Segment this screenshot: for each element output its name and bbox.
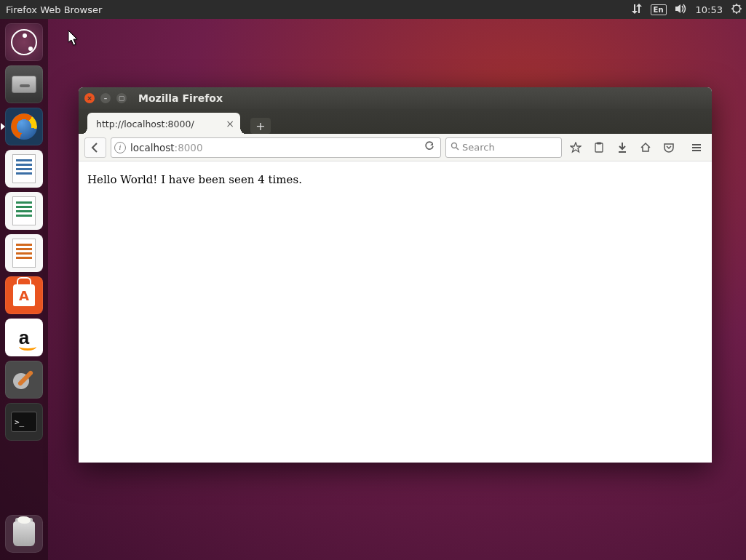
launcher-item-trash[interactable] (5, 515, 43, 553)
svg-point-9 (452, 143, 457, 148)
launcher-item-firefox[interactable] (5, 108, 43, 145)
plus-icon: + (255, 119, 265, 133)
browser-tab[interactable]: http://localhost:8000/ × (87, 113, 240, 135)
home-button[interactable] (636, 138, 655, 157)
page-content: Hello World! I have been seen 4 times. (79, 161, 712, 198)
reload-button[interactable] (421, 141, 437, 154)
session-indicator-icon[interactable] (731, 4, 742, 16)
site-info-icon[interactable]: i (114, 142, 126, 153)
terminal-icon: >_ (11, 412, 37, 432)
launcher-item-dash[interactable] (5, 23, 43, 61)
url-bar[interactable]: i localhost:8000 (111, 137, 441, 158)
window-title: Mozilla Firefox (138, 92, 223, 104)
hamburger-icon (691, 142, 702, 153)
navigation-toolbar: i localhost:8000 Search (79, 134, 712, 161)
trash-icon (13, 521, 35, 546)
top-menu-bar: Firefox Web Browser En 10:53 (0, 0, 746, 19)
files-icon (12, 76, 36, 93)
launcher-item-calc[interactable] (5, 192, 43, 230)
back-button[interactable] (84, 137, 106, 158)
url-host: localhost (130, 142, 175, 153)
svg-rect-11 (595, 143, 603, 152)
firefox-window: × – ▢ Mozilla Firefox http://localhost:8… (79, 87, 712, 463)
tab-strip: http://localhost:8000/ × + (79, 109, 712, 134)
tab-close-button[interactable]: × (226, 118, 234, 129)
mouse-cursor-icon (68, 31, 80, 49)
svg-rect-12 (597, 142, 601, 144)
firefox-icon (11, 113, 37, 140)
back-arrow-icon (90, 143, 100, 153)
home-icon (640, 142, 651, 153)
input-language-indicator[interactable]: En (651, 4, 667, 15)
svg-line-10 (456, 148, 459, 150)
tab-title: http://localhost:8000/ (96, 119, 194, 129)
star-icon (570, 142, 582, 153)
window-maximize-button[interactable]: ▢ (116, 93, 127, 103)
pocket-icon (663, 142, 675, 153)
network-indicator-icon[interactable] (632, 4, 642, 16)
launcher-item-impress[interactable] (5, 234, 43, 272)
clock[interactable]: 10:53 (696, 4, 723, 15)
amazon-icon: a (19, 327, 29, 349)
volume-indicator-icon[interactable] (675, 4, 687, 16)
search-icon (451, 142, 459, 153)
bookmark-star-button[interactable] (566, 138, 585, 157)
window-minimize-button[interactable]: – (100, 93, 111, 103)
ubuntu-dash-icon (11, 29, 37, 55)
page-body-text: Hello World! I have been seen 4 times. (87, 173, 302, 186)
new-tab-button[interactable]: + (250, 118, 271, 134)
hamburger-menu-button[interactable] (687, 138, 706, 157)
search-bar[interactable]: Search (445, 137, 562, 158)
window-close-button[interactable]: × (84, 93, 95, 103)
launcher-item-software[interactable]: A (5, 276, 43, 314)
url-port: :8000 (175, 142, 203, 153)
calc-icon (12, 196, 36, 225)
url-text: localhost:8000 (130, 142, 417, 153)
download-icon (616, 142, 628, 153)
launcher-item-files[interactable] (5, 65, 43, 103)
clipboard-icon (593, 142, 605, 153)
software-icon: A (13, 284, 35, 306)
downloads-button[interactable] (613, 138, 632, 157)
launcher: A a >_ (0, 19, 48, 560)
impress-icon (12, 239, 36, 268)
launcher-item-terminal[interactable]: >_ (5, 403, 43, 441)
pocket-button[interactable] (659, 138, 678, 157)
launcher-item-amazon[interactable]: a (5, 319, 43, 356)
reload-icon (424, 141, 434, 151)
settings-icon (12, 367, 36, 392)
search-placeholder: Search (462, 142, 495, 153)
writer-icon (12, 154, 36, 183)
active-window-title: Firefox Web Browser (6, 4, 102, 15)
launcher-item-settings[interactable] (5, 361, 43, 399)
launcher-item-writer[interactable] (5, 150, 43, 188)
window-titlebar[interactable]: × – ▢ Mozilla Firefox (79, 87, 712, 109)
bookmarks-menu-button[interactable] (590, 138, 608, 157)
running-indicator-icon (1, 123, 5, 130)
